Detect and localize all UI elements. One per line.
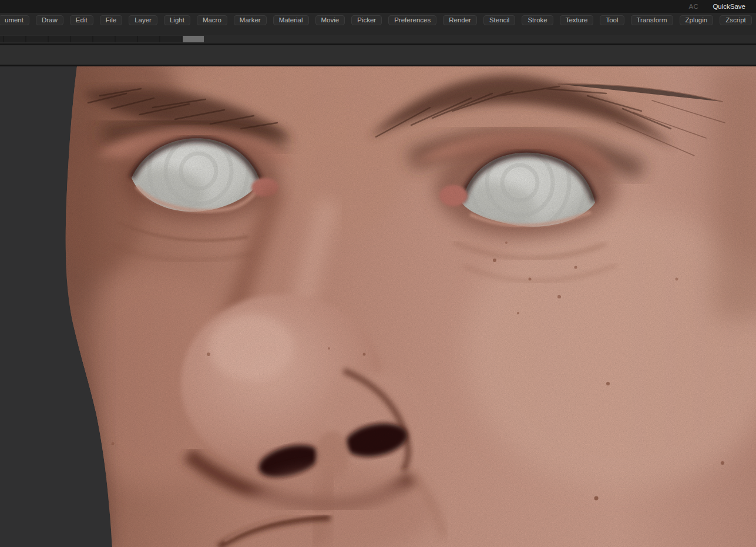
menu-item-stroke[interactable]: Stroke	[522, 15, 553, 25]
menu-item-layer[interactable]: Layer	[129, 15, 157, 25]
tray-tab-segment[interactable]	[70, 36, 92, 42]
tray-tab-segment-active[interactable]	[182, 36, 204, 42]
menu-item-preferences[interactable]: Preferences	[388, 15, 436, 25]
menu-item-material[interactable]: Material	[273, 15, 309, 25]
title-bar: AC QuickSave	[0, 0, 756, 13]
menu-bar: umentDrawEditFileLayerLightMacroMarkerMa…	[0, 13, 756, 35]
menu-item-draw[interactable]: Draw	[36, 15, 63, 25]
menu-item-document[interactable]: ument	[0, 15, 29, 25]
menu-item-zscript[interactable]: Zscript	[720, 15, 752, 25]
ac-indicator: AC	[688, 3, 698, 10]
menu-item-render[interactable]: Render	[443, 15, 477, 25]
menu-item-macro[interactable]: Macro	[197, 15, 227, 25]
sculpt-face-render	[0, 66, 756, 547]
menu-item-edit[interactable]: Edit	[70, 15, 93, 25]
menu-item-stencil[interactable]: Stencil	[483, 15, 516, 25]
menu-item-file[interactable]: File	[100, 15, 123, 25]
tray-tab-segment[interactable]	[159, 36, 182, 42]
tray-tab-segment[interactable]	[48, 36, 70, 42]
toolbar-shelf	[0, 45, 756, 65]
menu-item-zplugin[interactable]: Zplugin	[680, 15, 714, 25]
tray-tab-segment[interactable]	[92, 36, 115, 42]
menu-item-movie[interactable]: Movie	[315, 15, 345, 25]
tray-tab-segment[interactable]	[3, 36, 25, 42]
tray-tab-strip	[0, 35, 756, 43]
menu-item-transform[interactable]: Transform	[631, 15, 673, 25]
menu-item-picker[interactable]: Picker	[351, 15, 382, 25]
menu-item-light[interactable]: Light	[164, 15, 190, 25]
menu-item-texture[interactable]: Texture	[560, 15, 594, 25]
menu-item-marker[interactable]: Marker	[234, 15, 267, 25]
tray-tab-segment[interactable]	[137, 36, 159, 42]
quicksave-button[interactable]: QuickSave	[713, 3, 745, 10]
tray-tab-segment[interactable]	[25, 36, 48, 42]
menu-item-tool[interactable]: Tool	[600, 15, 624, 25]
tray-tab-segment[interactable]	[115, 36, 137, 42]
sculpt-canvas[interactable]	[0, 66, 756, 547]
